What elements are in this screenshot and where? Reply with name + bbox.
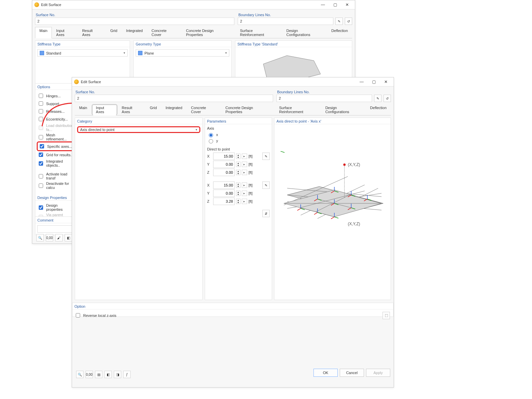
locate-button[interactable]: ✎ bbox=[262, 181, 270, 189]
spin-button[interactable]: ▲▼ bbox=[236, 154, 240, 159]
close-button[interactable]: ✕ bbox=[380, 78, 392, 85]
align-button[interactable]: ⬚ bbox=[383, 312, 390, 319]
help-icon[interactable]: 🔍 bbox=[36, 234, 44, 241]
surface-no-input[interactable]: 2 bbox=[35, 18, 234, 25]
ok-button[interactable]: OK bbox=[313, 369, 338, 377]
category-combo[interactable]: Axis directed to point ▾ bbox=[77, 126, 200, 133]
tab-main[interactable]: Main bbox=[75, 104, 92, 115]
extra1-icon[interactable]: ◧ bbox=[65, 234, 72, 241]
option-eccentricity[interactable]: Eccentricity... bbox=[37, 115, 74, 123]
axis-x-radio[interactable]: x bbox=[207, 132, 270, 138]
option-support[interactable]: Support... bbox=[37, 100, 74, 107]
swap-button[interactable]: ⇵ bbox=[262, 210, 270, 217]
tb3-icon[interactable]: ▤ bbox=[95, 371, 102, 378]
option-mesh-refinement[interactable]: Mesh refinement... bbox=[37, 132, 74, 142]
app-icon bbox=[74, 79, 79, 84]
locate-button[interactable]: ✎ bbox=[262, 153, 270, 160]
pick-icon[interactable]: ▸ bbox=[242, 199, 247, 204]
tab-input-axes[interactable]: Input Axes bbox=[52, 27, 78, 38]
tab-main[interactable]: Main bbox=[35, 27, 52, 38]
coord1-z[interactable] bbox=[213, 169, 235, 176]
option-activate-load-transf[interactable]: Activate load transf bbox=[37, 171, 74, 181]
design-design-properties[interactable]: Design properties bbox=[37, 203, 74, 212]
minimize-button[interactable]: — bbox=[317, 1, 329, 8]
tab-design-configurations[interactable]: Design Configurations bbox=[321, 104, 366, 115]
help-icon[interactable]: 🔍 bbox=[76, 371, 84, 378]
tb4-icon[interactable]: ◧ bbox=[104, 371, 112, 378]
units-icon[interactable]: 0,00 bbox=[46, 234, 53, 241]
loop-button[interactable]: ↺ bbox=[345, 18, 352, 25]
pick-icon[interactable]: ▸ bbox=[242, 154, 247, 159]
app-icon bbox=[34, 2, 39, 7]
apply-button[interactable]: Apply bbox=[366, 369, 390, 377]
boundary-lines-input[interactable]: 2 bbox=[276, 95, 372, 102]
spin-button[interactable]: ▲▼ bbox=[236, 182, 240, 188]
tab-deflection[interactable]: Deflection bbox=[366, 104, 391, 115]
chevron-down-icon: ▾ bbox=[225, 51, 227, 55]
tab-concrete-cover[interactable]: Concrete Cover bbox=[187, 104, 221, 115]
coord2-x[interactable] bbox=[213, 181, 235, 189]
coord1-y[interactable] bbox=[213, 161, 235, 168]
pick-lines-button[interactable]: ✎ bbox=[335, 18, 343, 25]
cancel-button[interactable]: Cancel bbox=[340, 369, 364, 377]
titlebar[interactable]: Edit Surface — ▢ ✕ bbox=[32, 0, 355, 9]
tab-concrete-design-props[interactable]: Concrete Design Properties bbox=[221, 104, 275, 115]
spin-button[interactable]: ▲▼ bbox=[236, 191, 240, 196]
tb6-icon[interactable]: ƒ bbox=[123, 371, 131, 378]
tb5-icon[interactable]: ◨ bbox=[114, 371, 121, 378]
spin-button[interactable]: ▲▼ bbox=[236, 170, 240, 175]
maximize-button[interactable]: ▢ bbox=[329, 1, 341, 8]
stiffness-type-combo[interactable]: Standard ▾ bbox=[37, 49, 128, 57]
option-specific-axes[interactable]: Specific axes... bbox=[38, 142, 73, 150]
boundary-lines-input[interactable]: 2 bbox=[238, 18, 333, 25]
pick-icon[interactable]: ▸ bbox=[242, 170, 247, 175]
parameters-label: Parameters bbox=[205, 118, 272, 124]
tab-result-axes[interactable]: Result Axes bbox=[78, 27, 106, 38]
option-label: Option bbox=[72, 303, 393, 309]
tab-surface-reinforcement[interactable]: Surface Reinforcement bbox=[275, 104, 321, 115]
option-hinges[interactable]: Hinges... bbox=[37, 92, 74, 100]
anno-top: (X,Y,Z) bbox=[348, 162, 360, 167]
comment-input[interactable] bbox=[37, 225, 74, 233]
tab-surface-reinforcement[interactable]: Surface Reinforcement bbox=[236, 27, 282, 38]
edit-surface-dialog-2: Edit Surface — ▢ ✕ Surface No. 2 Boundar… bbox=[72, 77, 394, 388]
tab-integrated[interactable]: Integrated bbox=[122, 27, 147, 38]
design-props-label: Design Properties bbox=[35, 194, 76, 201]
tab-grid[interactable]: Grid bbox=[106, 27, 122, 38]
axis-y-radio[interactable]: y bbox=[207, 138, 270, 144]
geometry-type-combo[interactable]: Plane ▾ bbox=[136, 49, 229, 57]
spin-button[interactable]: ▲▼ bbox=[236, 162, 240, 167]
pick-icon[interactable]: ▸ bbox=[242, 191, 247, 196]
tab-grid[interactable]: Grid bbox=[145, 104, 161, 115]
tab-concrete-cover[interactable]: Concrete Cover bbox=[147, 27, 182, 38]
titlebar[interactable]: Edit Surface — ▢ ✕ bbox=[72, 77, 394, 87]
surface-no-input[interactable]: 2 bbox=[75, 95, 273, 102]
close-button[interactable]: ✕ bbox=[341, 1, 353, 8]
option-integrated-objects[interactable]: Integrated objects.. bbox=[37, 159, 74, 168]
tab-design-configurations[interactable]: Design Configurations bbox=[282, 27, 327, 38]
coord2-z[interactable] bbox=[213, 198, 235, 205]
reverse-checkbox[interactable]: Reverse local z-axis bbox=[74, 311, 116, 319]
boundary-lines-label: Boundary Lines No. bbox=[238, 11, 352, 18]
option-grid-for-results[interactable]: Grid for results... bbox=[37, 151, 74, 159]
tab-concrete-design-props[interactable]: Concrete Design Properties bbox=[181, 27, 235, 38]
coord1-x[interactable] bbox=[213, 153, 235, 160]
pick-lines-button[interactable]: ✎ bbox=[374, 95, 381, 102]
tab-result-axes[interactable]: Result Axes bbox=[118, 104, 145, 115]
color-icon[interactable]: 🖌 bbox=[55, 234, 63, 241]
tab-input-axes[interactable]: Input Axes bbox=[92, 104, 118, 115]
units-icon[interactable]: 0,00 bbox=[86, 371, 93, 378]
spin-button[interactable]: ▲▼ bbox=[236, 199, 240, 204]
tab-integrated[interactable]: Integrated bbox=[161, 104, 187, 115]
coord2-y[interactable] bbox=[213, 190, 235, 197]
tab-deflection[interactable]: Deflection bbox=[327, 27, 352, 38]
maximize-button[interactable]: ▢ bbox=[368, 78, 379, 85]
option-deactivate-for-calcu[interactable]: Deactivate for calcu bbox=[37, 181, 74, 190]
option-releases[interactable]: Releases... bbox=[37, 107, 74, 115]
loop-button[interactable]: ↺ bbox=[384, 95, 391, 102]
pick-icon[interactable]: ▸ bbox=[242, 182, 247, 188]
preview-3d: (X,Y,Z) (X,Y,Z) bbox=[280, 151, 385, 215]
window-title: Edit Surface bbox=[41, 3, 317, 7]
minimize-button[interactable]: — bbox=[356, 78, 367, 85]
pick-icon[interactable]: ▸ bbox=[242, 162, 247, 167]
